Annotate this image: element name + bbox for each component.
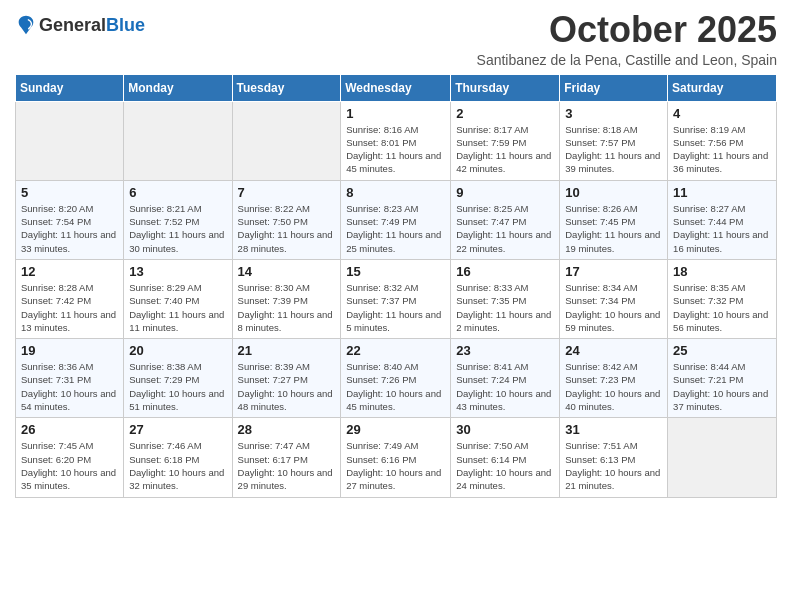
- day-number: 15: [346, 264, 445, 279]
- day-info: Sunrise: 8:32 AM Sunset: 7:37 PM Dayligh…: [346, 281, 445, 334]
- day-number: 5: [21, 185, 118, 200]
- calendar-cell: 27Sunrise: 7:46 AM Sunset: 6:18 PM Dayli…: [124, 418, 232, 497]
- calendar-cell: 4Sunrise: 8:19 AM Sunset: 7:56 PM Daylig…: [668, 101, 777, 180]
- day-number: 14: [238, 264, 336, 279]
- day-number: 10: [565, 185, 662, 200]
- day-info: Sunrise: 7:50 AM Sunset: 6:14 PM Dayligh…: [456, 439, 554, 492]
- day-info: Sunrise: 8:27 AM Sunset: 7:44 PM Dayligh…: [673, 202, 771, 255]
- calendar-table: SundayMondayTuesdayWednesdayThursdayFrid…: [15, 74, 777, 498]
- calendar-cell: 10Sunrise: 8:26 AM Sunset: 7:45 PM Dayli…: [560, 180, 668, 259]
- day-number: 11: [673, 185, 771, 200]
- header-tuesday: Tuesday: [232, 74, 341, 101]
- calendar-week-1: 5Sunrise: 8:20 AM Sunset: 7:54 PM Daylig…: [16, 180, 777, 259]
- calendar-cell: 2Sunrise: 8:17 AM Sunset: 7:59 PM Daylig…: [451, 101, 560, 180]
- day-info: Sunrise: 8:29 AM Sunset: 7:40 PM Dayligh…: [129, 281, 226, 334]
- calendar-cell: 29Sunrise: 7:49 AM Sunset: 6:16 PM Dayli…: [341, 418, 451, 497]
- day-info: Sunrise: 8:16 AM Sunset: 8:01 PM Dayligh…: [346, 123, 445, 176]
- day-number: 20: [129, 343, 226, 358]
- location-subtitle: Santibanez de la Pena, Castille and Leon…: [477, 52, 777, 68]
- logo: GeneralBlue: [15, 14, 145, 36]
- calendar-cell: 30Sunrise: 7:50 AM Sunset: 6:14 PM Dayli…: [451, 418, 560, 497]
- calendar-cell: 26Sunrise: 7:45 AM Sunset: 6:20 PM Dayli…: [16, 418, 124, 497]
- day-info: Sunrise: 7:45 AM Sunset: 6:20 PM Dayligh…: [21, 439, 118, 492]
- day-info: Sunrise: 8:30 AM Sunset: 7:39 PM Dayligh…: [238, 281, 336, 334]
- calendar-cell: 18Sunrise: 8:35 AM Sunset: 7:32 PM Dayli…: [668, 259, 777, 338]
- day-info: Sunrise: 8:38 AM Sunset: 7:29 PM Dayligh…: [129, 360, 226, 413]
- header-wednesday: Wednesday: [341, 74, 451, 101]
- day-info: Sunrise: 8:22 AM Sunset: 7:50 PM Dayligh…: [238, 202, 336, 255]
- header-row: SundayMondayTuesdayWednesdayThursdayFrid…: [16, 74, 777, 101]
- calendar-cell: 28Sunrise: 7:47 AM Sunset: 6:17 PM Dayli…: [232, 418, 341, 497]
- day-number: 30: [456, 422, 554, 437]
- day-info: Sunrise: 8:33 AM Sunset: 7:35 PM Dayligh…: [456, 281, 554, 334]
- calendar-week-4: 26Sunrise: 7:45 AM Sunset: 6:20 PM Dayli…: [16, 418, 777, 497]
- day-number: 23: [456, 343, 554, 358]
- day-number: 12: [21, 264, 118, 279]
- day-number: 21: [238, 343, 336, 358]
- day-info: Sunrise: 8:39 AM Sunset: 7:27 PM Dayligh…: [238, 360, 336, 413]
- day-info: Sunrise: 8:41 AM Sunset: 7:24 PM Dayligh…: [456, 360, 554, 413]
- day-number: 24: [565, 343, 662, 358]
- calendar-cell: [232, 101, 341, 180]
- day-info: Sunrise: 8:40 AM Sunset: 7:26 PM Dayligh…: [346, 360, 445, 413]
- calendar-cell: 5Sunrise: 8:20 AM Sunset: 7:54 PM Daylig…: [16, 180, 124, 259]
- day-info: Sunrise: 8:36 AM Sunset: 7:31 PM Dayligh…: [21, 360, 118, 413]
- day-number: 6: [129, 185, 226, 200]
- calendar-cell: 16Sunrise: 8:33 AM Sunset: 7:35 PM Dayli…: [451, 259, 560, 338]
- calendar-cell: 1Sunrise: 8:16 AM Sunset: 8:01 PM Daylig…: [341, 101, 451, 180]
- calendar-cell: 17Sunrise: 8:34 AM Sunset: 7:34 PM Dayli…: [560, 259, 668, 338]
- day-number: 2: [456, 106, 554, 121]
- calendar-cell: 8Sunrise: 8:23 AM Sunset: 7:49 PM Daylig…: [341, 180, 451, 259]
- title-block: October 2025 Santibanez de la Pena, Cast…: [477, 10, 777, 68]
- day-info: Sunrise: 8:18 AM Sunset: 7:57 PM Dayligh…: [565, 123, 662, 176]
- page-header: GeneralBlue October 2025 Santibanez de l…: [15, 10, 777, 68]
- calendar-cell: 7Sunrise: 8:22 AM Sunset: 7:50 PM Daylig…: [232, 180, 341, 259]
- calendar-body: 1Sunrise: 8:16 AM Sunset: 8:01 PM Daylig…: [16, 101, 777, 497]
- logo-blue-text: Blue: [106, 15, 145, 35]
- header-saturday: Saturday: [668, 74, 777, 101]
- day-number: 13: [129, 264, 226, 279]
- day-number: 29: [346, 422, 445, 437]
- day-number: 8: [346, 185, 445, 200]
- day-number: 26: [21, 422, 118, 437]
- calendar-cell: 19Sunrise: 8:36 AM Sunset: 7:31 PM Dayli…: [16, 339, 124, 418]
- day-number: 1: [346, 106, 445, 121]
- calendar-week-0: 1Sunrise: 8:16 AM Sunset: 8:01 PM Daylig…: [16, 101, 777, 180]
- calendar-cell: [16, 101, 124, 180]
- calendar-cell: 3Sunrise: 8:18 AM Sunset: 7:57 PM Daylig…: [560, 101, 668, 180]
- day-info: Sunrise: 7:49 AM Sunset: 6:16 PM Dayligh…: [346, 439, 445, 492]
- calendar-cell: 21Sunrise: 8:39 AM Sunset: 7:27 PM Dayli…: [232, 339, 341, 418]
- calendar-cell: 31Sunrise: 7:51 AM Sunset: 6:13 PM Dayli…: [560, 418, 668, 497]
- calendar-cell: 24Sunrise: 8:42 AM Sunset: 7:23 PM Dayli…: [560, 339, 668, 418]
- calendar-cell: 9Sunrise: 8:25 AM Sunset: 7:47 PM Daylig…: [451, 180, 560, 259]
- calendar-cell: 25Sunrise: 8:44 AM Sunset: 7:21 PM Dayli…: [668, 339, 777, 418]
- calendar-cell: 6Sunrise: 8:21 AM Sunset: 7:52 PM Daylig…: [124, 180, 232, 259]
- header-thursday: Thursday: [451, 74, 560, 101]
- day-number: 3: [565, 106, 662, 121]
- day-number: 27: [129, 422, 226, 437]
- calendar-cell: 15Sunrise: 8:32 AM Sunset: 7:37 PM Dayli…: [341, 259, 451, 338]
- calendar-cell: [668, 418, 777, 497]
- header-friday: Friday: [560, 74, 668, 101]
- day-info: Sunrise: 8:35 AM Sunset: 7:32 PM Dayligh…: [673, 281, 771, 334]
- day-info: Sunrise: 8:42 AM Sunset: 7:23 PM Dayligh…: [565, 360, 662, 413]
- day-number: 18: [673, 264, 771, 279]
- calendar-cell: 22Sunrise: 8:40 AM Sunset: 7:26 PM Dayli…: [341, 339, 451, 418]
- day-info: Sunrise: 8:21 AM Sunset: 7:52 PM Dayligh…: [129, 202, 226, 255]
- day-info: Sunrise: 8:44 AM Sunset: 7:21 PM Dayligh…: [673, 360, 771, 413]
- day-info: Sunrise: 8:34 AM Sunset: 7:34 PM Dayligh…: [565, 281, 662, 334]
- month-title: October 2025: [477, 10, 777, 50]
- day-number: 7: [238, 185, 336, 200]
- day-number: 31: [565, 422, 662, 437]
- day-info: Sunrise: 8:25 AM Sunset: 7:47 PM Dayligh…: [456, 202, 554, 255]
- calendar-header: SundayMondayTuesdayWednesdayThursdayFrid…: [16, 74, 777, 101]
- header-sunday: Sunday: [16, 74, 124, 101]
- day-info: Sunrise: 7:46 AM Sunset: 6:18 PM Dayligh…: [129, 439, 226, 492]
- day-number: 9: [456, 185, 554, 200]
- day-info: Sunrise: 8:23 AM Sunset: 7:49 PM Dayligh…: [346, 202, 445, 255]
- day-info: Sunrise: 8:19 AM Sunset: 7:56 PM Dayligh…: [673, 123, 771, 176]
- calendar-cell: 20Sunrise: 8:38 AM Sunset: 7:29 PM Dayli…: [124, 339, 232, 418]
- day-info: Sunrise: 8:28 AM Sunset: 7:42 PM Dayligh…: [21, 281, 118, 334]
- calendar-cell: 23Sunrise: 8:41 AM Sunset: 7:24 PM Dayli…: [451, 339, 560, 418]
- day-info: Sunrise: 8:20 AM Sunset: 7:54 PM Dayligh…: [21, 202, 118, 255]
